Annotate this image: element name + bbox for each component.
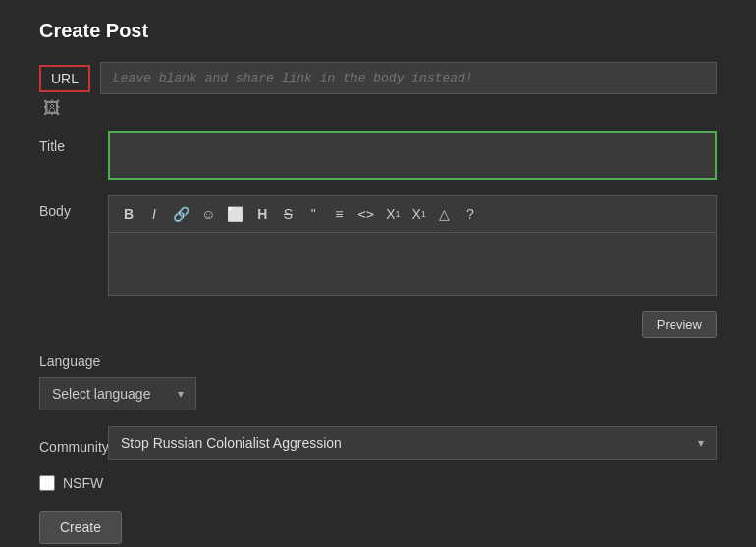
- spoiler-button[interactable]: △: [433, 202, 457, 226]
- nsfw-checkbox[interactable]: [39, 475, 55, 491]
- title-input[interactable]: [108, 131, 717, 180]
- community-select[interactable]: Stop Russian Colonialist Aggression ▾: [108, 426, 717, 460]
- quote-button[interactable]: ": [301, 202, 325, 226]
- heading-button[interactable]: H: [250, 202, 274, 226]
- language-select[interactable]: Select language ▾: [39, 377, 196, 410]
- community-select-text: Stop Russian Colonialist Aggression: [121, 435, 342, 451]
- title-label: Title: [39, 131, 108, 154]
- image-button[interactable]: ⬜: [222, 202, 248, 226]
- list-button[interactable]: ≡: [327, 202, 351, 226]
- language-select-text: Select language: [52, 386, 150, 402]
- language-label: Language: [39, 354, 717, 369]
- body-label: Body: [39, 195, 108, 219]
- bold-button[interactable]: B: [117, 202, 140, 226]
- italic-button[interactable]: I: [142, 202, 166, 226]
- editor-toolbar: B I 🔗 ☺ ⬜ H S " ≡ <> X1 X1 △ ?: [109, 196, 716, 233]
- superscript-button[interactable]: X1: [407, 202, 431, 226]
- url-input[interactable]: [100, 62, 717, 94]
- code-button[interactable]: <>: [352, 202, 379, 226]
- community-row: Community Stop Russian Colonialist Aggre…: [39, 426, 717, 460]
- help-button[interactable]: ?: [459, 202, 482, 226]
- body-editor: B I 🔗 ☺ ⬜ H S " ≡ <> X1 X1 △ ?: [108, 195, 717, 296]
- community-label: Community: [39, 431, 108, 455]
- preview-row: Preview: [39, 311, 717, 338]
- chevron-down-icon: ▾: [178, 387, 184, 401]
- page-title: Create Post: [39, 20, 717, 42]
- community-section: Community Stop Russian Colonialist Aggre…: [39, 426, 717, 460]
- subscript-button[interactable]: X1: [381, 202, 405, 226]
- create-button[interactable]: Create: [39, 511, 122, 544]
- nsfw-label[interactable]: NSFW: [63, 475, 103, 491]
- url-label: URL: [39, 65, 90, 92]
- preview-button[interactable]: Preview: [642, 311, 717, 338]
- community-chevron-icon: ▾: [698, 436, 704, 450]
- link-button[interactable]: 🔗: [168, 202, 194, 226]
- image-icon: 🖼: [43, 98, 61, 118]
- emoji-button[interactable]: ☺: [196, 202, 220, 226]
- strikethrough-button[interactable]: S: [276, 202, 299, 226]
- nsfw-row: NSFW: [39, 475, 717, 491]
- body-textarea[interactable]: [109, 233, 716, 292]
- language-section: Language Select language ▾: [39, 354, 717, 410]
